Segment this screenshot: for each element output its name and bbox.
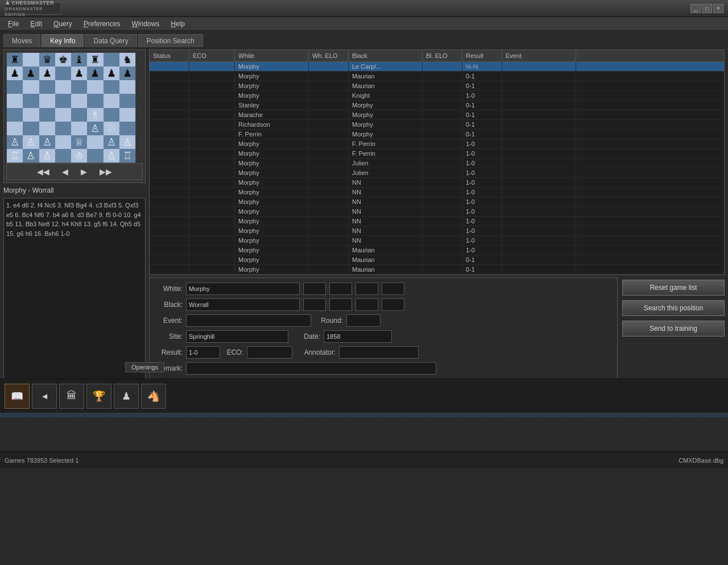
cell-h8[interactable]: ♞	[119, 53, 135, 67]
table-row[interactable]: Morphy Le Carp/... ½-½	[150, 62, 724, 72]
cell-a7[interactable]: ♟	[7, 67, 23, 80]
close-btn[interactable]: ×	[713, 4, 723, 13]
nav-next[interactable]: ▶	[77, 166, 90, 177]
cell-c1[interactable]: ♙	[39, 149, 55, 163]
col-header-welo[interactable]: Wh. ELO	[309, 50, 349, 61]
tab-key-info[interactable]: Key Info	[42, 34, 84, 47]
tab-data-query[interactable]: Data Query	[85, 34, 136, 47]
cell-a4[interactable]	[7, 108, 23, 122]
menu-edit[interactable]: Edit	[24, 19, 48, 29]
cell-g2[interactable]: ♙	[104, 135, 119, 149]
cell-e8[interactable]: ♝	[71, 53, 87, 67]
white-btn4[interactable]	[382, 282, 404, 295]
cell-g1[interactable]: ♙	[104, 149, 119, 163]
cell-h4[interactable]	[119, 108, 135, 122]
cell-e5[interactable]	[71, 94, 87, 107]
table-row[interactable]: Morphy NN 1-0	[150, 226, 724, 236]
cell-e2[interactable]: ♕	[71, 135, 87, 149]
cell-c2[interactable]: ♙	[39, 135, 55, 149]
cell-e3[interactable]	[71, 122, 87, 135]
cell-d4[interactable]	[55, 108, 71, 122]
table-row[interactable]: Morphy NN 1-0	[150, 178, 724, 188]
search-position-btn[interactable]: Search this position	[622, 300, 725, 316]
maximize-btn[interactable]: □	[702, 4, 712, 13]
cell-g7[interactable]: ♟	[104, 67, 119, 80]
footer-knight-icon[interactable]: 🐴	[141, 384, 166, 409]
cell-d2[interactable]	[55, 135, 71, 149]
cell-c4[interactable]	[39, 108, 55, 122]
col-header-eco[interactable]: ECO	[189, 50, 235, 61]
cell-c3[interactable]	[39, 122, 55, 135]
table-row[interactable]: Morphy NN 1-0	[150, 217, 724, 226]
table-row[interactable]: Morphy Knight 1-0	[150, 91, 724, 101]
event-input[interactable]	[186, 314, 311, 327]
moves-text[interactable]: 1. e4 d6 2. f4 Nc6 3. Nf3 Bg4 4. c3 Bxf3…	[3, 198, 146, 380]
cell-f4[interactable]: ♗	[87, 108, 103, 122]
black-btn4[interactable]	[382, 298, 404, 311]
menu-preferences[interactable]: Preferences	[78, 19, 126, 29]
cell-e7[interactable]: ♟	[71, 67, 87, 80]
white-input[interactable]	[186, 282, 300, 295]
cell-h1[interactable]: ♖	[119, 149, 135, 163]
table-row[interactable]: Morphy Maurian 0-1	[150, 255, 724, 265]
cell-f3[interactable]: ♙	[87, 122, 103, 135]
game-list-scroll[interactable]: Morphy Le Carp/... ½-½ Morphy Maurian 0-…	[150, 62, 724, 275]
menu-windows[interactable]: Windows	[126, 19, 165, 29]
footer-back-icon[interactable]: ◀	[32, 384, 57, 409]
cell-f2[interactable]	[87, 135, 103, 149]
cell-h3[interactable]	[119, 122, 135, 135]
cell-b2[interactable]: ♙	[23, 135, 39, 149]
table-row[interactable]: Richardson Morphy 0-1	[150, 120, 724, 130]
footer-book-icon[interactable]: 📖	[5, 384, 30, 409]
send-training-btn[interactable]: Send to training	[622, 321, 725, 336]
cell-b5[interactable]	[23, 94, 39, 107]
footer-chess-icon[interactable]: ♟	[114, 384, 139, 409]
cell-a1[interactable]: ♖	[7, 149, 23, 163]
white-btn1[interactable]	[303, 282, 326, 295]
cell-h5[interactable]	[119, 94, 135, 107]
table-row[interactable]: Morphy F. Perrin 1-0	[150, 139, 724, 149]
cell-a8[interactable]: ♜	[7, 53, 23, 67]
cell-c6[interactable]	[39, 80, 55, 94]
minimize-btn[interactable]: _	[690, 4, 701, 13]
cell-d6[interactable]	[55, 80, 71, 94]
col-header-status[interactable]: Status	[150, 50, 189, 61]
table-row[interactable]: Morphy Maurian 0-1	[150, 265, 724, 275]
cell-h7[interactable]: ♟	[119, 67, 135, 80]
white-btn3[interactable]	[355, 282, 378, 295]
annotator-input[interactable]	[339, 346, 419, 359]
menu-file[interactable]: File	[2, 19, 24, 29]
cell-d5[interactable]	[55, 94, 71, 107]
black-btn2[interactable]	[329, 298, 352, 311]
footer-building-icon[interactable]: 🏛	[59, 384, 84, 409]
cell-f1[interactable]	[87, 149, 103, 163]
cell-a2[interactable]: ♙	[7, 135, 23, 149]
cell-f5[interactable]	[87, 94, 103, 107]
site-input[interactable]	[186, 330, 288, 343]
table-row[interactable]: F. Perrin Morphy 0-1	[150, 130, 724, 139]
table-row[interactable]: Morphy NN 1-0	[150, 207, 724, 217]
cell-f6[interactable]	[87, 80, 103, 94]
col-header-white[interactable]: White	[235, 50, 309, 61]
table-row[interactable]: Morphy F. Perrin 1-0	[150, 149, 724, 159]
cell-f7[interactable]: ♟	[87, 67, 103, 80]
cell-e6[interactable]	[71, 80, 87, 94]
black-btn1[interactable]	[303, 298, 326, 311]
cell-d7[interactable]	[55, 67, 71, 80]
cell-g4[interactable]	[104, 108, 119, 122]
cell-h2[interactable]: ♙	[119, 135, 135, 149]
cell-g8[interactable]	[104, 53, 119, 67]
cell-b3[interactable]	[23, 122, 39, 135]
nav-last[interactable]: ▶▶	[96, 166, 115, 177]
tab-moves[interactable]: Moves	[3, 34, 40, 47]
cell-h6[interactable]	[119, 80, 135, 94]
cell-b6[interactable]	[23, 80, 39, 94]
black-input[interactable]	[186, 298, 300, 311]
menu-help[interactable]: Help	[165, 19, 191, 29]
footer-trophy-icon[interactable]: 🏆	[86, 384, 111, 409]
table-row[interactable]: Morphy Maurian 0-1	[150, 81, 724, 91]
col-header-black[interactable]: Black	[349, 50, 423, 61]
cell-c8[interactable]: ♛	[39, 53, 55, 67]
reset-game-list-btn[interactable]: Reset game list	[622, 280, 725, 296]
cell-b8[interactable]	[23, 53, 39, 67]
